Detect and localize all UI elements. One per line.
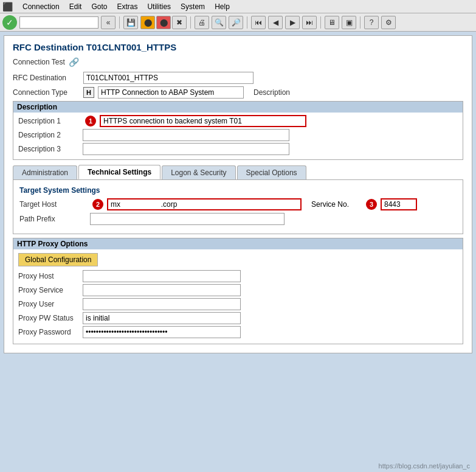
menu-bar: ⬛ Connection Edit Goto Extras Utilities … <box>0 0 476 13</box>
desc1-row: Description 1 1 <box>18 115 458 127</box>
target-system-title: Target System Settings <box>19 186 457 195</box>
first-button[interactable]: ⏮ <box>251 16 266 29</box>
toolbar-icons: ⬤ ⬤ ✖ <box>140 16 187 29</box>
proxy-password-input[interactable] <box>83 326 241 338</box>
proxy-user-input[interactable] <box>83 298 241 310</box>
http-proxy-header: HTTP Proxy Options <box>13 238 463 249</box>
tab-logon-security[interactable]: Logon & Security <box>162 165 235 179</box>
command-input[interactable] <box>19 16 98 29</box>
app-icon: ⬛ <box>2 2 13 12</box>
proxy-host-row: Proxy Host <box>18 270 458 282</box>
desc-section-header: Description <box>13 102 463 113</box>
desc3-row: Description 3 <box>18 143 458 155</box>
service-no-input[interactable] <box>381 198 417 210</box>
menu-goto[interactable]: Goto <box>91 2 107 11</box>
main-content: RFC Destination T01CLNT001_HTTPS Connect… <box>0 32 476 472</box>
path-prefix-label: Path Prefix <box>19 215 86 223</box>
next-button[interactable]: ▶ <box>285 16 300 29</box>
tabs-container: Administration Technical Settings Logon … <box>13 165 463 179</box>
connection-type-code: H <box>83 87 94 98</box>
global-config-btn[interactable]: Global Configuration <box>18 253 98 266</box>
connection-test-icon[interactable]: 🔗 <box>69 57 79 67</box>
find-next-button[interactable]: 🔎 <box>229 16 243 29</box>
path-prefix-row: Path Prefix <box>19 213 457 225</box>
badge-1: 1 <box>85 116 96 127</box>
page-title: RFC Destination T01CLNT001_HTTPS <box>13 42 463 52</box>
description-static-label: Description <box>254 88 290 97</box>
desc3-input[interactable] <box>83 143 289 155</box>
shortcut-btn-2[interactable]: ⬤ <box>156 16 171 29</box>
toolbar-sep3 <box>247 16 247 29</box>
menu-utilities[interactable]: Utilities <box>147 2 171 11</box>
tab-special-options[interactable]: Special Options <box>237 165 306 179</box>
http-proxy-body: Global Configuration Proxy Host Proxy Se… <box>13 249 463 344</box>
service-no-label: Service No. <box>311 200 360 209</box>
proxy-service-input[interactable] <box>83 284 241 296</box>
toolbar-sep2 <box>190 16 191 29</box>
toolbar-sep4 <box>320 16 321 29</box>
save-button[interactable]: 💾 <box>123 16 138 29</box>
proxy-password-label: Proxy Password <box>18 328 79 336</box>
tab-administration[interactable]: Administration <box>13 165 77 179</box>
shortcut-btn-3[interactable]: ✖ <box>172 16 187 29</box>
find-button[interactable]: 🔍 <box>212 16 226 29</box>
monitor-button[interactable]: 🖥 <box>325 16 339 29</box>
proxy-pw-status-row: Proxy PW Status <box>18 312 458 324</box>
desc1-input[interactable] <box>100 115 306 127</box>
menu-help[interactable]: Help <box>215 2 230 11</box>
toolbar: ✓ « 💾 ⬤ ⬤ ✖ 🖨 🔍 🔎 ⏮ ◀ ▶ ⏭ 🖥 ▣ ? ⚙ <box>0 13 476 32</box>
help-button[interactable]: ? <box>364 16 379 29</box>
screen-button[interactable]: ▣ <box>342 16 356 29</box>
path-prefix-input[interactable] <box>90 213 285 225</box>
desc2-label: Description 2 <box>18 131 79 139</box>
rfc-destination-input[interactable] <box>83 72 254 84</box>
prev-button[interactable]: ◀ <box>268 16 283 29</box>
print-button[interactable]: 🖨 <box>195 16 209 29</box>
title-panel: RFC Destination T01CLNT001_HTTPS Connect… <box>4 35 472 353</box>
description-section: Description Description 1 1 Description … <box>13 101 463 160</box>
desc-section-body: Description 1 1 Description 2 Descriptio… <box>13 113 463 159</box>
menu-system[interactable]: System <box>181 2 205 11</box>
proxy-service-label: Proxy Service <box>18 286 79 294</box>
proxy-host-input[interactable] <box>83 270 241 282</box>
desc1-label: Description 1 <box>18 117 79 125</box>
badge-2: 2 <box>92 199 103 210</box>
menu-extras[interactable]: Extras <box>117 2 137 11</box>
settings-button[interactable]: ⚙ <box>381 16 396 29</box>
menu-connection[interactable]: Connection <box>22 2 60 11</box>
rfc-destination-label: RFC Destination <box>13 74 80 82</box>
tab-technical-settings[interactable]: Technical Settings <box>78 165 160 179</box>
proxy-password-row: Proxy Password <box>18 326 458 338</box>
badge-3: 3 <box>366 199 377 210</box>
last-button[interactable]: ⏭ <box>302 16 317 29</box>
toolbar-sep5 <box>360 16 360 29</box>
menu-edit[interactable]: Edit <box>69 2 82 11</box>
target-host-row: Target Host 2 Service No. 3 <box>19 198 457 210</box>
confirm-button[interactable]: ✓ <box>2 15 17 30</box>
proxy-pw-status-input[interactable] <box>83 312 241 324</box>
desc2-input[interactable] <box>83 129 289 141</box>
shortcut-btn-1[interactable]: ⬤ <box>140 16 155 29</box>
proxy-user-label: Proxy User <box>18 300 79 308</box>
tab-content-technical: Target System Settings Target Host 2 Ser… <box>13 179 463 234</box>
proxy-pw-status-label: Proxy PW Status <box>18 314 79 322</box>
connection-test-row: Connection Test 🔗 <box>13 57 463 67</box>
watermark: https://blog.csdn.net/jayulian_c <box>379 462 470 470</box>
target-host-input[interactable] <box>107 198 302 210</box>
proxy-user-row: Proxy User <box>18 298 458 310</box>
desc3-label: Description 3 <box>18 145 79 153</box>
http-proxy-section: HTTP Proxy Options Global Configuration … <box>13 238 463 344</box>
target-host-label: Target Host <box>19 200 86 209</box>
connection-type-input[interactable] <box>98 86 244 99</box>
connection-test-label: Connection Test <box>13 58 65 66</box>
connection-type-row: Connection Type H Description <box>13 86 463 99</box>
proxy-host-label: Proxy Host <box>18 272 79 280</box>
nav-prev-button[interactable]: « <box>101 16 116 29</box>
desc2-row: Description 2 <box>18 129 458 141</box>
toolbar-separator <box>119 16 120 29</box>
rfc-destination-row: RFC Destination <box>13 72 463 84</box>
connection-type-label: Connection Type <box>13 88 80 97</box>
proxy-service-row: Proxy Service <box>18 284 458 296</box>
